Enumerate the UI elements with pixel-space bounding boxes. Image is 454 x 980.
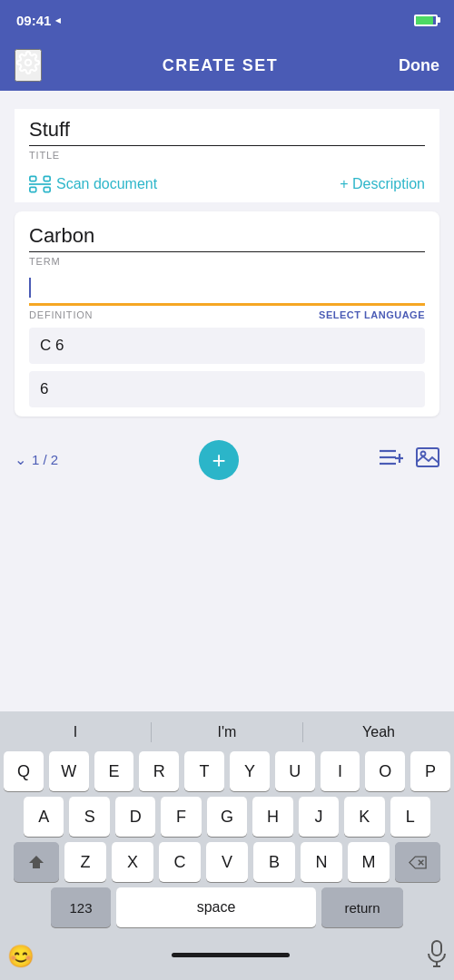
right-tools bbox=[380, 447, 439, 473]
key-123[interactable]: 123 bbox=[51, 887, 111, 927]
key-o[interactable]: O bbox=[365, 751, 405, 791]
svg-point-12 bbox=[421, 451, 426, 456]
key-p[interactable]: P bbox=[410, 751, 450, 791]
key-h[interactable]: H bbox=[252, 797, 292, 837]
plus-icon: + bbox=[212, 448, 226, 472]
battery-icon bbox=[414, 15, 438, 26]
term-label: TERM bbox=[29, 256, 425, 267]
key-m[interactable]: M bbox=[348, 842, 390, 882]
key-s[interactable]: S bbox=[69, 797, 109, 837]
key-r[interactable]: R bbox=[139, 751, 179, 791]
svg-rect-11 bbox=[417, 448, 439, 466]
key-v[interactable]: V bbox=[206, 842, 248, 882]
key-x[interactable]: X bbox=[112, 842, 153, 882]
definition-label: DEFINITION bbox=[29, 309, 93, 320]
settings-icon bbox=[16, 51, 40, 74]
list-add-svg bbox=[380, 448, 403, 466]
backspace-key[interactable] bbox=[395, 842, 440, 882]
key-w[interactable]: W bbox=[49, 751, 89, 791]
key-z[interactable]: Z bbox=[64, 842, 106, 882]
title-section: Stuff TITLE bbox=[15, 109, 439, 166]
nav-title: CREATE SET bbox=[163, 56, 279, 75]
main-content: Stuff TITLE Scan document + Description … bbox=[0, 91, 454, 433]
shift-key[interactable] bbox=[14, 842, 59, 882]
definition-underline bbox=[29, 303, 425, 306]
key-n[interactable]: N bbox=[301, 842, 342, 882]
suggestion-text-2: 6 bbox=[40, 380, 48, 397]
return-key[interactable]: return bbox=[321, 887, 403, 927]
title-label: TITLE bbox=[29, 150, 425, 161]
image-svg bbox=[416, 447, 439, 467]
key-row-3: Z X C V B N M bbox=[4, 842, 450, 882]
definition-meta: DEFINITION SELECT LANGUAGE bbox=[29, 309, 425, 320]
add-card-button[interactable]: + bbox=[199, 440, 239, 480]
scan-document-label: Scan document bbox=[56, 176, 157, 192]
settings-button[interactable] bbox=[15, 49, 42, 82]
key-q[interactable]: Q bbox=[4, 751, 44, 791]
select-language-button[interactable]: SELECT LANGUAGE bbox=[319, 309, 425, 320]
key-row-1: Q W E R T Y U I O P bbox=[4, 751, 450, 791]
title-value[interactable]: Stuff bbox=[29, 118, 425, 146]
predictive-word-1[interactable]: I bbox=[0, 722, 152, 742]
space-key[interactable]: space bbox=[116, 887, 316, 927]
key-f[interactable]: F bbox=[161, 797, 201, 837]
key-row-4: 123 space return bbox=[4, 887, 450, 927]
page-count: 1 / 2 bbox=[32, 452, 58, 467]
chevron-down-icon: ⌄ bbox=[15, 451, 26, 468]
image-icon[interactable] bbox=[416, 447, 439, 473]
location-icon: ◂ bbox=[55, 15, 61, 26]
actions-row: Scan document + Description bbox=[15, 166, 439, 202]
key-t[interactable]: T bbox=[184, 751, 224, 791]
add-description-button[interactable]: + Description bbox=[340, 176, 425, 192]
status-icons bbox=[414, 15, 438, 26]
svg-rect-15 bbox=[432, 941, 441, 956]
key-d[interactable]: D bbox=[115, 797, 155, 837]
keyboard: I I'm Yeah Q W E R T Y U I O P A S D F G… bbox=[0, 711, 454, 980]
suggestion-item[interactable]: 6 bbox=[29, 371, 425, 407]
title-input-row: Stuff TITLE bbox=[29, 118, 425, 161]
done-button[interactable]: Done bbox=[399, 56, 439, 75]
key-c[interactable]: C bbox=[159, 842, 201, 882]
key-rows: Q W E R T Y U I O P A S D F G H J K L bbox=[0, 748, 454, 936]
key-g[interactable]: G bbox=[207, 797, 247, 837]
home-indicator bbox=[172, 953, 290, 957]
key-k[interactable]: K bbox=[344, 797, 384, 837]
bottom-toolbar: ⌄ 1 / 2 + bbox=[0, 433, 454, 487]
key-l[interactable]: L bbox=[390, 797, 430, 837]
key-j[interactable]: J bbox=[299, 797, 339, 837]
svg-rect-2 bbox=[44, 176, 50, 181]
battery-fill bbox=[416, 16, 433, 24]
key-row-2: A S D F G H J K L bbox=[4, 797, 450, 837]
definition-cursor bbox=[29, 278, 31, 298]
suggestion-text-1: C 6 bbox=[40, 337, 64, 354]
status-bar: 09:41 ◂ bbox=[0, 0, 454, 40]
time-label: 09:41 bbox=[16, 13, 51, 28]
predictive-word-2[interactable]: I'm bbox=[152, 722, 303, 742]
mic-icon bbox=[427, 940, 447, 967]
svg-rect-4 bbox=[44, 187, 50, 191]
key-b[interactable]: B bbox=[253, 842, 295, 882]
mic-button[interactable] bbox=[427, 940, 447, 973]
key-e[interactable]: E bbox=[94, 751, 134, 791]
emoji-button[interactable]: 😊 bbox=[7, 944, 35, 969]
keyboard-bottom-row: 😊 bbox=[0, 936, 454, 980]
predictive-bar: I I'm Yeah bbox=[0, 717, 454, 748]
key-i[interactable]: I bbox=[321, 751, 360, 791]
list-add-icon[interactable] bbox=[380, 448, 403, 472]
nav-bar: CREATE SET Done bbox=[0, 40, 454, 91]
svg-rect-3 bbox=[30, 187, 36, 191]
key-a[interactable]: A bbox=[24, 797, 64, 837]
scan-icon bbox=[29, 175, 51, 193]
shift-icon bbox=[28, 854, 44, 870]
backspace-icon bbox=[409, 856, 427, 869]
scan-document-button[interactable]: Scan document bbox=[29, 175, 157, 193]
predictive-word-3[interactable]: Yeah bbox=[303, 722, 454, 742]
page-navigation[interactable]: ⌄ 1 / 2 bbox=[15, 451, 58, 468]
term-value[interactable]: Carbon bbox=[29, 224, 425, 252]
svg-rect-1 bbox=[30, 176, 36, 181]
suggestion-item[interactable]: C 6 bbox=[29, 328, 425, 364]
key-y[interactable]: Y bbox=[230, 751, 270, 791]
key-u[interactable]: U bbox=[275, 751, 315, 791]
flashcard: Carbon TERM DEFINITION SELECT LANGUAGE C… bbox=[15, 211, 439, 416]
status-time: 09:41 ◂ bbox=[16, 13, 61, 28]
